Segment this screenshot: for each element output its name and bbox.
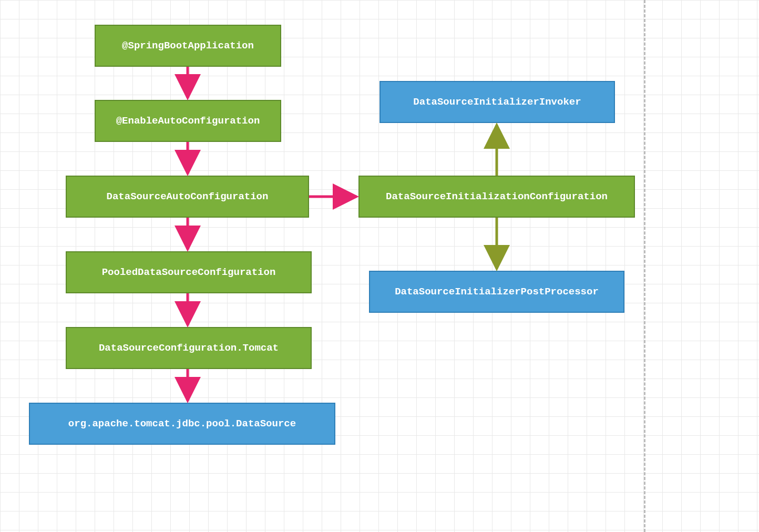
node-spring-boot-app: @SpringBootApplication: [95, 25, 281, 67]
node-datasource-init-config: DataSourceInitializationConfiguration: [358, 176, 635, 218]
node-datasource-init-invoker: DataSourceInitializerInvoker: [380, 81, 615, 123]
node-datasource-auto-config: DataSourceAutoConfiguration: [66, 176, 309, 218]
node-datasource-config-tomcat: DataSourceConfiguration.Tomcat: [66, 327, 312, 369]
node-tomcat-datasource: org.apache.tomcat.jdbc.pool.DataSource: [29, 403, 335, 445]
node-pooled-datasource-config: PooledDataSourceConfiguration: [66, 251, 312, 293]
dashed-divider: [644, 0, 645, 532]
node-enable-auto-config: @EnableAutoConfiguration: [95, 100, 281, 142]
node-datasource-init-postprocessor: DataSourceInitializerPostProcessor: [369, 271, 624, 313]
